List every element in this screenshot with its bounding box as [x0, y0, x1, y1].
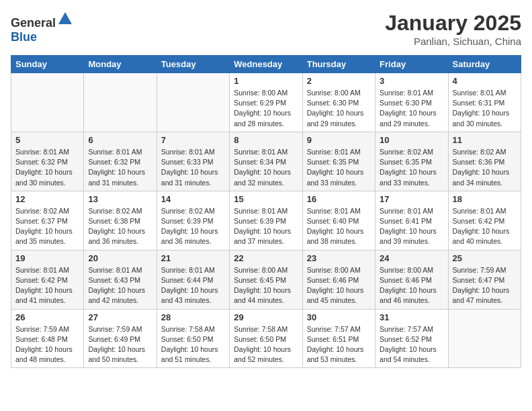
- day-number: 23: [307, 253, 371, 263]
- day-number: 22: [234, 253, 298, 263]
- header-row: SundayMondayTuesdayWednesdayThursdayFrid…: [11, 56, 521, 73]
- title-area: January 2025 Panlian, Sichuan, China: [385, 11, 521, 47]
- day-info: Sunrise: 8:00 AM Sunset: 6:29 PM Dayligh…: [234, 88, 298, 129]
- day-info: Sunrise: 8:01 AM Sunset: 6:35 PM Dayligh…: [307, 147, 371, 188]
- day-info: Sunrise: 8:02 AM Sunset: 6:37 PM Dayligh…: [15, 206, 79, 247]
- day-info: Sunrise: 7:58 AM Sunset: 6:50 PM Dayligh…: [161, 324, 225, 365]
- calendar-cell: 3Sunrise: 8:01 AM Sunset: 6:30 PM Daylig…: [375, 73, 448, 132]
- week-row-5: 26Sunrise: 7:59 AM Sunset: 6:48 PM Dayli…: [11, 309, 521, 368]
- day-number: 13: [88, 194, 152, 204]
- calendar-cell: 16Sunrise: 8:01 AM Sunset: 6:40 PM Dayli…: [302, 191, 375, 250]
- calendar-cell: [157, 73, 229, 132]
- calendar-cell: 14Sunrise: 8:02 AM Sunset: 6:39 PM Dayli…: [157, 191, 229, 250]
- calendar-cell: 24Sunrise: 8:00 AM Sunset: 6:46 PM Dayli…: [375, 250, 448, 309]
- day-number: 9: [307, 135, 371, 145]
- week-row-3: 12Sunrise: 8:02 AM Sunset: 6:37 PM Dayli…: [11, 191, 521, 250]
- day-info: Sunrise: 8:01 AM Sunset: 6:41 PM Dayligh…: [380, 206, 443, 247]
- day-info: Sunrise: 7:59 AM Sunset: 6:47 PM Dayligh…: [453, 265, 517, 306]
- day-info: Sunrise: 8:01 AM Sunset: 6:43 PM Dayligh…: [88, 265, 152, 306]
- day-info: Sunrise: 8:00 AM Sunset: 6:46 PM Dayligh…: [380, 265, 443, 306]
- day-number: 24: [380, 253, 443, 263]
- calendar-cell: 9Sunrise: 8:01 AM Sunset: 6:35 PM Daylig…: [302, 132, 375, 191]
- day-number: 31: [380, 312, 443, 322]
- day-number: 2: [307, 76, 371, 86]
- day-info: Sunrise: 8:01 AM Sunset: 6:42 PM Dayligh…: [453, 206, 517, 247]
- day-header-friday: Friday: [375, 56, 448, 73]
- day-number: 16: [307, 194, 371, 204]
- logo-icon: [57, 11, 73, 27]
- calendar-cell: 5Sunrise: 8:01 AM Sunset: 6:32 PM Daylig…: [11, 132, 84, 191]
- logo: General Blue: [11, 11, 73, 44]
- day-number: 19: [15, 253, 79, 263]
- day-info: Sunrise: 8:01 AM Sunset: 6:39 PM Dayligh…: [234, 206, 298, 247]
- calendar-cell: 6Sunrise: 8:01 AM Sunset: 6:32 PM Daylig…: [84, 132, 157, 191]
- day-info: Sunrise: 8:00 AM Sunset: 6:45 PM Dayligh…: [234, 265, 298, 306]
- day-number: 27: [88, 312, 152, 322]
- location: Panlian, Sichuan, China: [385, 36, 521, 47]
- calendar-cell: 30Sunrise: 7:57 AM Sunset: 6:51 PM Dayli…: [302, 309, 375, 368]
- day-header-thursday: Thursday: [302, 56, 375, 73]
- calendar-table: SundayMondayTuesdayWednesdayThursdayFrid…: [11, 55, 521, 368]
- day-number: 3: [380, 76, 443, 86]
- day-info: Sunrise: 8:01 AM Sunset: 6:32 PM Dayligh…: [15, 147, 79, 188]
- day-info: Sunrise: 7:57 AM Sunset: 6:51 PM Dayligh…: [307, 324, 371, 365]
- calendar-cell: [448, 309, 521, 368]
- day-info: Sunrise: 8:01 AM Sunset: 6:32 PM Dayligh…: [88, 147, 152, 188]
- calendar-cell: 25Sunrise: 7:59 AM Sunset: 6:47 PM Dayli…: [448, 250, 521, 309]
- day-number: 28: [161, 312, 225, 322]
- day-info: Sunrise: 8:01 AM Sunset: 6:44 PM Dayligh…: [161, 265, 225, 306]
- day-number: 21: [161, 253, 225, 263]
- day-number: 30: [307, 312, 371, 322]
- day-number: 20: [88, 253, 152, 263]
- week-row-1: 1Sunrise: 8:00 AM Sunset: 6:29 PM Daylig…: [11, 73, 521, 132]
- calendar-cell: 4Sunrise: 8:01 AM Sunset: 6:31 PM Daylig…: [448, 73, 521, 132]
- calendar-cell: 28Sunrise: 7:58 AM Sunset: 6:50 PM Dayli…: [157, 309, 229, 368]
- day-number: 29: [234, 312, 298, 322]
- month-title: January 2025: [385, 11, 521, 36]
- day-number: 11: [453, 135, 517, 145]
- day-number: 4: [453, 76, 517, 86]
- calendar-cell: 12Sunrise: 8:02 AM Sunset: 6:37 PM Dayli…: [11, 191, 84, 250]
- logo-blue: Blue: [11, 30, 37, 44]
- day-header-wednesday: Wednesday: [230, 56, 302, 73]
- day-number: 14: [161, 194, 225, 204]
- calendar-cell: 2Sunrise: 8:00 AM Sunset: 6:30 PM Daylig…: [302, 73, 375, 132]
- day-info: Sunrise: 8:01 AM Sunset: 6:33 PM Dayligh…: [161, 147, 225, 188]
- day-info: Sunrise: 8:00 AM Sunset: 6:30 PM Dayligh…: [307, 88, 371, 129]
- day-number: 1: [234, 76, 298, 86]
- logo-general: General: [11, 16, 56, 30]
- day-info: Sunrise: 7:59 AM Sunset: 6:48 PM Dayligh…: [15, 324, 79, 365]
- calendar-cell: 31Sunrise: 7:57 AM Sunset: 6:52 PM Dayli…: [375, 309, 448, 368]
- day-number: 17: [380, 194, 443, 204]
- day-number: 25: [453, 253, 517, 263]
- day-number: 10: [380, 135, 443, 145]
- day-header-saturday: Saturday: [448, 56, 521, 73]
- calendar-cell: 15Sunrise: 8:01 AM Sunset: 6:39 PM Dayli…: [230, 191, 302, 250]
- day-info: Sunrise: 8:01 AM Sunset: 6:31 PM Dayligh…: [453, 88, 517, 129]
- calendar-cell: 11Sunrise: 8:02 AM Sunset: 6:36 PM Dayli…: [448, 132, 521, 191]
- day-info: Sunrise: 7:57 AM Sunset: 6:52 PM Dayligh…: [380, 324, 443, 365]
- calendar-cell: 19Sunrise: 8:01 AM Sunset: 6:42 PM Dayli…: [11, 250, 84, 309]
- calendar-cell: 8Sunrise: 8:01 AM Sunset: 6:34 PM Daylig…: [230, 132, 302, 191]
- svg-marker-0: [58, 12, 72, 24]
- calendar-cell: 10Sunrise: 8:02 AM Sunset: 6:35 PM Dayli…: [375, 132, 448, 191]
- calendar-cell: 18Sunrise: 8:01 AM Sunset: 6:42 PM Dayli…: [448, 191, 521, 250]
- calendar-cell: 27Sunrise: 7:59 AM Sunset: 6:49 PM Dayli…: [84, 309, 157, 368]
- day-info: Sunrise: 7:59 AM Sunset: 6:49 PM Dayligh…: [88, 324, 152, 365]
- day-number: 26: [15, 312, 79, 322]
- day-number: 8: [234, 135, 298, 145]
- day-info: Sunrise: 8:00 AM Sunset: 6:46 PM Dayligh…: [307, 265, 371, 306]
- page-header: General Blue January 2025 Panlian, Sichu…: [11, 11, 521, 47]
- day-info: Sunrise: 8:02 AM Sunset: 6:36 PM Dayligh…: [453, 147, 517, 188]
- day-info: Sunrise: 8:01 AM Sunset: 6:40 PM Dayligh…: [307, 206, 371, 247]
- day-header-monday: Monday: [84, 56, 157, 73]
- day-number: 5: [15, 135, 79, 145]
- day-number: 12: [15, 194, 79, 204]
- day-info: Sunrise: 8:01 AM Sunset: 6:30 PM Dayligh…: [380, 88, 443, 129]
- day-info: Sunrise: 8:02 AM Sunset: 6:38 PM Dayligh…: [88, 206, 152, 247]
- day-info: Sunrise: 7:58 AM Sunset: 6:50 PM Dayligh…: [234, 324, 298, 365]
- calendar-cell: 13Sunrise: 8:02 AM Sunset: 6:38 PM Dayli…: [84, 191, 157, 250]
- calendar-cell: [11, 73, 84, 132]
- day-number: 7: [161, 135, 225, 145]
- day-number: 15: [234, 194, 298, 204]
